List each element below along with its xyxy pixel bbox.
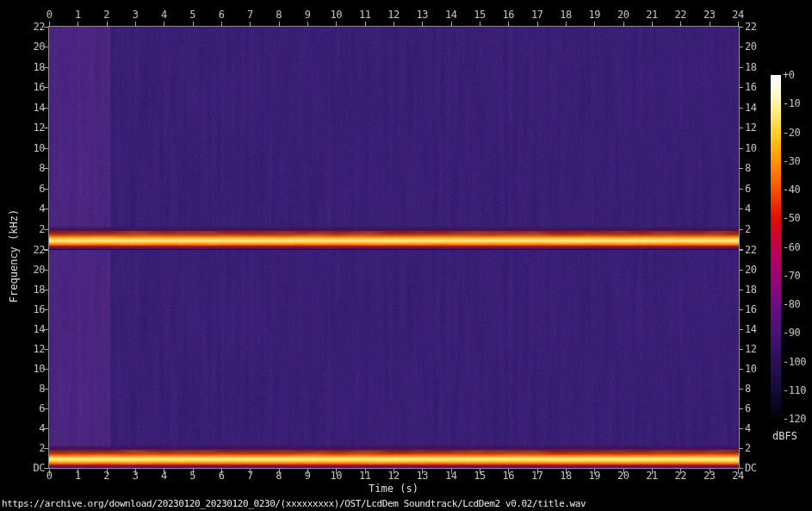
time-tick-label-top: 6 (208, 9, 234, 21)
freq-tick-label-left: 20 (17, 41, 45, 53)
freq-tick-label-left: 18 (17, 284, 45, 296)
freq-tick-mark-left (44, 128, 48, 128)
time-tick-mark-bottom (193, 469, 194, 474)
time-tick-mark-bottom (680, 469, 681, 474)
time-tick-label-top: 16 (495, 9, 521, 21)
noise-texture (49, 250, 739, 468)
colorbar-tick-label: -20 (783, 128, 800, 139)
time-tick-label-top: 0 (36, 9, 62, 21)
time-tick-mark-bottom (623, 469, 624, 474)
time-tick-mark-top (279, 22, 280, 27)
freq-tick-label-left: 16 (17, 304, 45, 315)
freq-tick-mark-right (739, 108, 743, 109)
time-tick-mark-top (480, 22, 480, 27)
time-tick-mark-bottom (451, 469, 452, 474)
freq-tick-mark-right (739, 270, 743, 271)
time-tick-label-top: 19 (581, 9, 607, 21)
time-tick-mark-top (623, 22, 624, 27)
freq-tick-label-left: 22 (17, 22, 45, 33)
freq-tick-label-left: 2 (17, 224, 45, 235)
freq-tick-mark-left (44, 87, 48, 88)
colorbar-tick-label: -30 (783, 156, 800, 167)
colorbar-tick-label: -90 (783, 327, 800, 339)
colorbar-tick-label: -40 (783, 184, 800, 196)
freq-tick-label-left: 18 (17, 62, 45, 73)
freq-tick-label-right: 6 (745, 403, 774, 414)
freq-tick-mark-right (739, 27, 743, 28)
freq-tick-label-right: 20 (745, 41, 774, 53)
time-tick-label-top: 14 (438, 9, 464, 21)
freq-tick-label-right: 18 (745, 284, 774, 296)
time-tick-mark-top (77, 22, 78, 27)
time-tick-mark-bottom (566, 469, 567, 474)
freq-tick-mark-left (44, 389, 48, 389)
freq-tick-mark-left (44, 209, 48, 209)
freq-tick-mark-left (44, 67, 48, 68)
time-tick-mark-bottom (164, 469, 164, 474)
colorbar-tick-label: -10 (783, 98, 800, 109)
freq-tick-label-left: 14 (17, 324, 45, 335)
time-tick-mark-top (594, 22, 595, 27)
freq-tick-mark-right (739, 309, 743, 310)
noise-texture (49, 27, 739, 249)
freq-tick-mark-left (44, 369, 48, 370)
time-tick-label-top: 13 (409, 9, 435, 21)
freq-tick-label-right: 18 (745, 62, 774, 73)
freq-tick-mark-left (44, 168, 48, 169)
colorbar-tick-label: +0 (783, 70, 794, 81)
freq-tick-mark-left (44, 250, 48, 251)
freq-tick-label-right: 12 (745, 344, 774, 355)
freq-tick-mark-left (44, 189, 48, 190)
freq-tick-mark-right (739, 148, 743, 149)
time-tick-label-top: 10 (323, 9, 349, 21)
freq-tick-label-left: 4 (17, 423, 45, 434)
colorbar-tick-label: -120 (783, 414, 806, 425)
freq-tick-mark-right (739, 128, 743, 128)
freq-tick-mark-left (44, 349, 48, 350)
time-tick-label-top: 1 (65, 9, 90, 21)
time-tick-mark-top (107, 22, 108, 27)
freq-tick-mark-left (44, 428, 48, 429)
spectrogram-plot (48, 26, 740, 469)
freq-tick-label-right: 20 (745, 265, 774, 276)
time-tick-mark-top (508, 22, 509, 27)
freq-tick-label-right: 8 (745, 163, 774, 174)
time-tick-mark-bottom (279, 469, 280, 474)
spectrogram-figure: Frequency (kHz) (0, 0, 812, 511)
freq-tick-label-left: 20 (17, 265, 45, 276)
freq-tick-mark-left (44, 270, 48, 271)
time-tick-mark-top (221, 22, 222, 27)
time-tick-label-top: 15 (467, 9, 493, 21)
time-tick-label-top: 21 (639, 9, 665, 21)
freq-tick-label-right: 16 (745, 82, 774, 93)
freq-tick-mark-right (739, 250, 743, 251)
freq-tick-mark-right (739, 349, 743, 350)
freq-tick-label-left: 10 (17, 143, 45, 154)
freq-tick-mark-right (739, 87, 743, 88)
freq-tick-label-right: 2 (745, 224, 774, 235)
freq-tick-label-right: 8 (745, 383, 774, 395)
freq-tick-label-right: 6 (745, 184, 774, 195)
freq-tick-label-left: 8 (17, 383, 45, 395)
freq-tick-label-left: 6 (17, 184, 45, 195)
time-tick-mark-bottom (652, 469, 653, 474)
time-tick-mark-bottom (49, 469, 50, 474)
freq-tick-label-right: 2 (745, 443, 774, 454)
freq-tick-mark-left (44, 229, 48, 230)
time-tick-mark-top (365, 22, 366, 27)
time-tick-mark-bottom (250, 469, 251, 474)
time-tick-label-top: 3 (122, 9, 148, 21)
time-tick-mark-bottom (422, 469, 423, 474)
time-tick-label-top: 2 (94, 9, 120, 21)
spectrogram-channel-2 (49, 250, 739, 468)
freq-tick-mark-left (44, 408, 48, 409)
freq-tick-mark-right (739, 408, 743, 409)
time-tick-mark-top (250, 22, 251, 27)
time-tick-label-top: 18 (553, 9, 579, 21)
time-tick-mark-bottom (221, 469, 222, 474)
time-tick-mark-top (537, 22, 538, 27)
freq-tick-label-right: 12 (745, 122, 774, 134)
freq-tick-mark-right (739, 290, 743, 290)
time-tick-mark-bottom (508, 469, 509, 474)
freq-tick-label-left: 2 (17, 443, 45, 454)
